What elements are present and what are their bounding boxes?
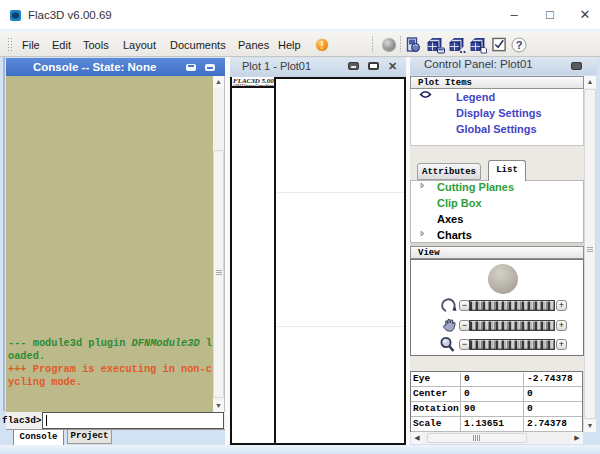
svg-text:?: ? (516, 39, 523, 51)
